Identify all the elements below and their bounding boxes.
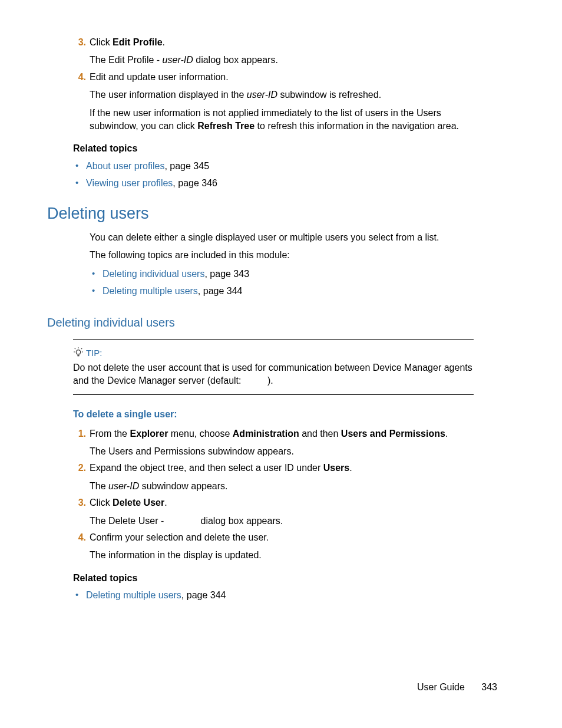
list-item: 3. Click Delete User. The Delete User - … [73, 496, 474, 528]
step-text: From the Explorer menu, choose Administr… [90, 429, 448, 439]
step-text: Click Delete User. [90, 498, 167, 508]
related-topics-heading: Related topics [73, 142, 474, 155]
list-item: Deleting multiple users, page 344 [90, 284, 474, 298]
delete-user-steps: 1. From the Explorer menu, choose Admini… [73, 427, 474, 562]
tip-body: Do not delete the user account that is u… [73, 361, 474, 388]
tip-callout: TIP: Do not delete the user account that… [73, 339, 474, 396]
heading-deleting-individual-users: Deleting individual users [47, 316, 474, 330]
step-subtext: If the new user information is not appli… [90, 107, 474, 133]
step-number: 4. [73, 71, 86, 84]
related-topics-list: Deleting multiple users, page 344 [73, 588, 474, 602]
svg-line-3 [75, 348, 75, 348]
intro-ordered-list: 3. Click Edit Profile. The Edit Profile … [73, 36, 474, 133]
list-item: 3. Click Edit Profile. The Edit Profile … [73, 36, 474, 67]
step-text: Edit and update user information. [90, 72, 229, 82]
list-item: Deleting individual users, page 343 [90, 267, 474, 281]
lightbulb-icon [73, 347, 84, 357]
related-topics-heading: Related topics [73, 572, 474, 585]
link-deleting-multiple-users[interactable]: Deleting multiple users [103, 286, 198, 296]
step-text: Confirm your selection and delete the us… [90, 532, 269, 542]
deleting-individual-body: TIP: Do not delete the user account that… [90, 339, 474, 603]
step-subtext: The Delete User - dialog box appears. [90, 515, 474, 528]
link-viewing-user-profiles[interactable]: Viewing user profiles [86, 178, 173, 188]
related-topics-list: About user profiles, page 345 Viewing us… [73, 159, 474, 190]
footer-page-number: 343 [481, 682, 497, 693]
link-deleting-individual-users[interactable]: Deleting individual users [103, 269, 204, 279]
link-about-user-profiles[interactable]: About user profiles [86, 161, 164, 171]
step-subtext: The Users and Permissions subwindow appe… [90, 445, 474, 458]
step-number: 1. [73, 427, 86, 440]
footer-guide-label: User Guide [417, 682, 465, 692]
step-number: 2. [73, 462, 86, 475]
heading-deleting-users: Deleting users [47, 205, 474, 223]
page-footer: User Guide 343 [417, 682, 497, 693]
step-number: 3. [73, 496, 86, 509]
step-subtext: The information in the display is update… [90, 549, 474, 562]
tip-heading: TIP: [86, 348, 474, 358]
step-text: Expand the object tree, and then select … [90, 463, 352, 473]
link-deleting-multiple-users[interactable]: Deleting multiple users [86, 590, 181, 600]
procedure-heading: To delete a single user: [73, 408, 474, 421]
step-subtext: The user-ID subwindow appears. [90, 480, 474, 493]
list-item: About user profiles, page 345 [73, 159, 474, 173]
step-subtext: The Edit Profile - user-ID dialog box ap… [90, 54, 474, 67]
step-text: Click Edit Profile. [90, 37, 165, 47]
paragraph: You can delete either a single displayed… [90, 231, 474, 244]
paragraph: The following topics are included in thi… [90, 249, 474, 262]
step-number: 4. [73, 531, 86, 544]
module-topics-list: Deleting individual users, page 343 Dele… [90, 267, 474, 298]
list-item: Viewing user profiles, page 346 [73, 176, 474, 190]
tip-label: TIP: [86, 348, 103, 358]
page-content: 3. Click Edit Profile. The Edit Profile … [90, 36, 474, 190]
step-subtext: The user information displayed in the us… [90, 88, 474, 101]
svg-line-4 [81, 348, 82, 348]
step-number: 3. [73, 36, 86, 49]
list-item: 4. Confirm your selection and delete the… [73, 531, 474, 562]
list-item: 1. From the Explorer menu, choose Admini… [73, 427, 474, 459]
deleting-users-body: You can delete either a single displayed… [90, 231, 474, 298]
list-item: Deleting multiple users, page 344 [73, 588, 474, 602]
document-page: 3. Click Edit Profile. The Edit Profile … [0, 0, 562, 728]
list-item: 2. Expand the object tree, and then sele… [73, 462, 474, 493]
list-item: 4. Edit and update user information. The… [73, 71, 474, 133]
